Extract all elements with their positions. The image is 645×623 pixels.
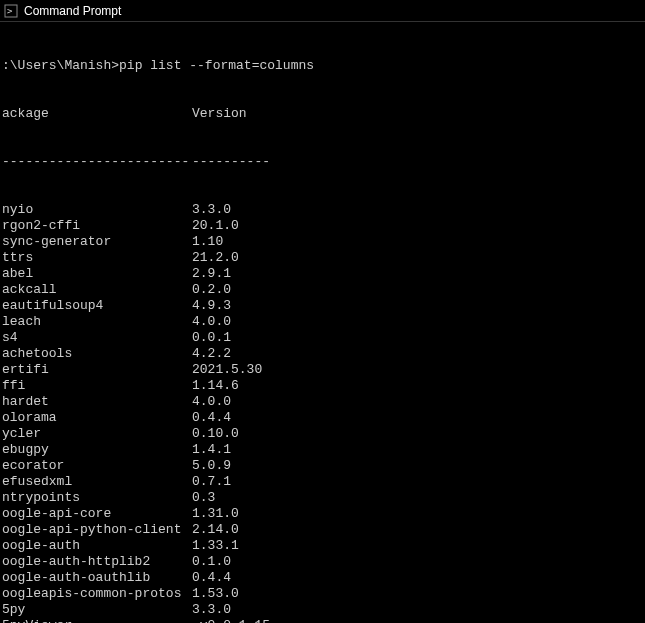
package-version: 4.0.0: [192, 394, 231, 410]
package-version: 0.10.0: [192, 426, 239, 442]
package-row: 5pyViewer-v0.0.1.15: [2, 618, 643, 623]
package-row: ffi1.14.6: [2, 378, 643, 394]
package-row: abel2.9.1: [2, 266, 643, 282]
package-name: ecorator: [2, 458, 192, 474]
package-row: leach4.0.0: [2, 314, 643, 330]
package-version: 0.4.4: [192, 570, 231, 586]
package-version: 21.2.0: [192, 250, 239, 266]
package-row: olorama0.4.4: [2, 410, 643, 426]
package-version: 3.3.0: [192, 602, 231, 618]
package-version: 4.0.0: [192, 314, 231, 330]
package-row: oogle-auth1.33.1: [2, 538, 643, 554]
package-row: ertifi2021.5.30: [2, 362, 643, 378]
package-name: ffi: [2, 378, 192, 394]
package-name: ackcall: [2, 282, 192, 298]
package-name: achetools: [2, 346, 192, 362]
package-version: 4.2.2: [192, 346, 231, 362]
package-row: sync-generator1.10: [2, 234, 643, 250]
package-version: 2021.5.30: [192, 362, 262, 378]
package-version: 4.9.3: [192, 298, 231, 314]
package-version: 2.14.0: [192, 522, 239, 538]
package-name: eautifulsoup4: [2, 298, 192, 314]
separator-row: ----------------------------------: [2, 154, 643, 170]
package-version: 1.14.6: [192, 378, 239, 394]
package-version: 1.33.1: [192, 538, 239, 554]
package-row: ycler0.10.0: [2, 426, 643, 442]
package-version: 20.1.0: [192, 218, 239, 234]
titlebar[interactable]: > Command Prompt: [0, 0, 645, 22]
package-row: achetools4.2.2: [2, 346, 643, 362]
package-name: oogle-auth-oauthlib: [2, 570, 192, 586]
package-name: ertifi: [2, 362, 192, 378]
package-name: 5py: [2, 602, 192, 618]
package-row: oogle-api-python-client2.14.0: [2, 522, 643, 538]
package-row: ecorator5.0.9: [2, 458, 643, 474]
package-version: 1.4.1: [192, 442, 231, 458]
package-row: hardet4.0.0: [2, 394, 643, 410]
package-version: 0.3: [192, 490, 215, 506]
package-list: nyio3.3.0rgon2-cffi20.1.0sync-generator1…: [2, 202, 643, 623]
package-row: ntrypoints0.3: [2, 490, 643, 506]
package-version: 0.4.4: [192, 410, 231, 426]
svg-text:>: >: [7, 6, 13, 16]
package-name: rgon2-cffi: [2, 218, 192, 234]
package-version: -v0.0.1.15: [192, 618, 270, 623]
package-name: hardet: [2, 394, 192, 410]
package-row: oogleapis-common-protos1.53.0: [2, 586, 643, 602]
prompt-line: :\Users\Manish>pip list --format=columns: [2, 58, 643, 74]
prompt-command: pip list --format=columns: [119, 58, 314, 73]
package-version: 0.1.0: [192, 554, 231, 570]
header-package: ackage: [2, 106, 192, 122]
package-row: oogle-api-core1.31.0: [2, 506, 643, 522]
package-name: efusedxml: [2, 474, 192, 490]
package-version: 1.10: [192, 234, 223, 250]
package-row: efusedxml0.7.1: [2, 474, 643, 490]
package-version: 0.0.1: [192, 330, 231, 346]
package-name: leach: [2, 314, 192, 330]
package-name: ycler: [2, 426, 192, 442]
package-version: 1.53.0: [192, 586, 239, 602]
prompt-path: :\Users\Manish>: [2, 58, 119, 73]
package-version: 1.31.0: [192, 506, 239, 522]
header-row: ackageVersion: [2, 106, 643, 122]
package-version: 0.7.1: [192, 474, 231, 490]
package-version: 3.3.0: [192, 202, 231, 218]
package-name: sync-generator: [2, 234, 192, 250]
package-name: oogle-auth: [2, 538, 192, 554]
package-version: 2.9.1: [192, 266, 231, 282]
package-row: oogle-auth-oauthlib0.4.4: [2, 570, 643, 586]
package-row: 5py3.3.0: [2, 602, 643, 618]
package-name: oogleapis-common-protos: [2, 586, 192, 602]
package-row: nyio3.3.0: [2, 202, 643, 218]
package-name: ebugpy: [2, 442, 192, 458]
package-version: 0.2.0: [192, 282, 231, 298]
package-row: s40.0.1: [2, 330, 643, 346]
separator-package: ------------------------: [2, 154, 192, 170]
package-version: 5.0.9: [192, 458, 231, 474]
package-name: 5pyViewer: [2, 618, 192, 623]
package-name: nyio: [2, 202, 192, 218]
window-title: Command Prompt: [24, 4, 121, 18]
cmd-icon: >: [4, 4, 18, 18]
package-name: abel: [2, 266, 192, 282]
package-row: ttrs21.2.0: [2, 250, 643, 266]
separator-version: ----------: [192, 154, 270, 170]
package-row: eautifulsoup44.9.3: [2, 298, 643, 314]
package-name: oogle-auth-httplib2: [2, 554, 192, 570]
package-row: oogle-auth-httplib20.1.0: [2, 554, 643, 570]
package-name: olorama: [2, 410, 192, 426]
terminal-output[interactable]: :\Users\Manish>pip list --format=columns…: [0, 22, 645, 623]
package-row: rgon2-cffi20.1.0: [2, 218, 643, 234]
package-name: oogle-api-python-client: [2, 522, 192, 538]
package-name: ttrs: [2, 250, 192, 266]
header-version: Version: [192, 106, 247, 122]
package-row: ackcall0.2.0: [2, 282, 643, 298]
package-name: oogle-api-core: [2, 506, 192, 522]
package-row: ebugpy1.4.1: [2, 442, 643, 458]
package-name: ntrypoints: [2, 490, 192, 506]
package-name: s4: [2, 330, 192, 346]
